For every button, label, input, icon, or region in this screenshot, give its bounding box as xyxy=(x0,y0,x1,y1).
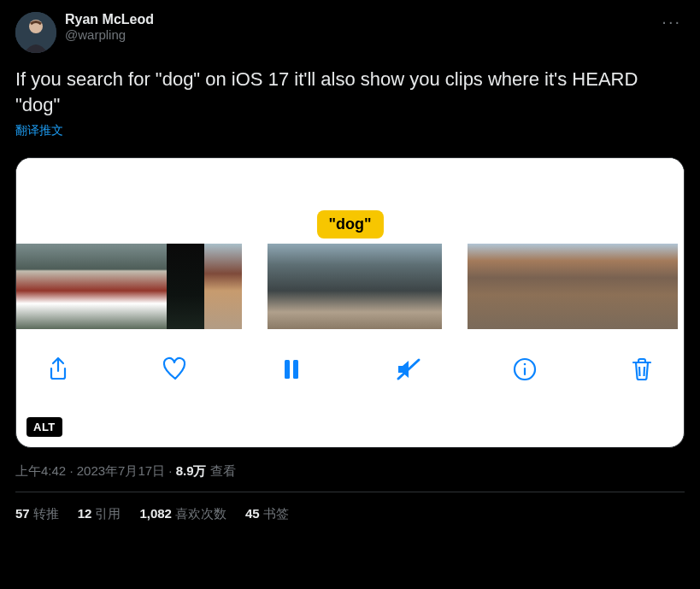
svg-line-8 xyxy=(639,367,640,376)
thumbnail xyxy=(618,244,656,329)
svg-rect-3 xyxy=(293,360,298,379)
retweets-stat[interactable]: 57转推 xyxy=(15,506,59,522)
clip-group-1 xyxy=(16,244,242,329)
tweet-text: If you search for "dog" on iOS 17 it'll … xyxy=(15,67,685,117)
svg-point-7 xyxy=(524,363,526,366)
pause-icon xyxy=(278,356,305,383)
thumbnail xyxy=(129,244,167,329)
svg-line-9 xyxy=(644,367,644,376)
share-button[interactable] xyxy=(42,353,74,386)
likes-stat[interactable]: 1,082喜欢次数 xyxy=(139,506,226,522)
more-button[interactable]: ··· xyxy=(658,12,685,32)
mute-button[interactable] xyxy=(392,353,425,386)
tweet-meta: 上午4:42 · 2023年7月17日 · 8.9万 查看 xyxy=(15,463,685,492)
tweet-stats: 57转推 12引用 1,082喜欢次数 45书签 xyxy=(15,492,685,522)
avatar[interactable] xyxy=(15,12,56,53)
clip-group-2 xyxy=(268,244,442,329)
thumbnail xyxy=(167,244,204,329)
thumbnail xyxy=(580,244,618,329)
svg-rect-2 xyxy=(285,360,290,379)
thumbnail xyxy=(268,244,317,329)
thumbnail xyxy=(505,244,543,329)
thumbnail xyxy=(91,244,129,329)
pause-button[interactable] xyxy=(275,353,308,386)
tweet-container: Ryan McLeod @warpling ··· If you search … xyxy=(0,0,700,522)
info-icon xyxy=(511,356,538,383)
bookmarks-stat[interactable]: 45书签 xyxy=(245,506,289,522)
thumbnail xyxy=(468,244,505,329)
info-button[interactable] xyxy=(509,353,541,386)
clip-group-3 xyxy=(468,244,678,329)
tweet-header: Ryan McLeod @warpling ··· xyxy=(15,12,685,53)
views-label: 查看 xyxy=(207,463,236,478)
thumbnail xyxy=(367,244,416,329)
media-preview-area: "dog" xyxy=(16,158,684,244)
thumbnail xyxy=(204,244,242,329)
translate-link[interactable]: 翻译推文 xyxy=(15,123,63,138)
alt-badge[interactable]: ALT xyxy=(26,417,62,437)
thumbnail xyxy=(16,244,54,329)
handle: @warpling xyxy=(65,27,650,42)
thumbnail xyxy=(416,244,442,329)
thumbnail xyxy=(54,244,91,329)
display-name: Ryan McLeod xyxy=(65,12,650,27)
search-term-chip: "dog" xyxy=(316,210,383,239)
views-count: 8.9万 xyxy=(176,463,207,478)
mute-icon xyxy=(395,356,422,383)
thumbnail xyxy=(317,244,367,329)
thumbnail xyxy=(656,244,678,329)
media-card[interactable]: "dog" xyxy=(15,157,685,448)
share-icon xyxy=(44,356,72,383)
tweet-time[interactable]: 上午4:42 xyxy=(15,463,66,478)
quotes-stat[interactable]: 12引用 xyxy=(78,506,121,522)
trash-icon xyxy=(628,356,656,383)
video-filmstrip[interactable] xyxy=(16,244,684,329)
author-name-block[interactable]: Ryan McLeod @warpling xyxy=(65,12,650,42)
heart-icon xyxy=(162,356,189,383)
like-button[interactable] xyxy=(159,353,191,386)
thumbnail xyxy=(543,244,580,329)
media-toolbar xyxy=(16,329,684,386)
tweet-date[interactable]: 2023年7月17日 xyxy=(77,463,165,478)
trash-button[interactable] xyxy=(626,353,658,386)
